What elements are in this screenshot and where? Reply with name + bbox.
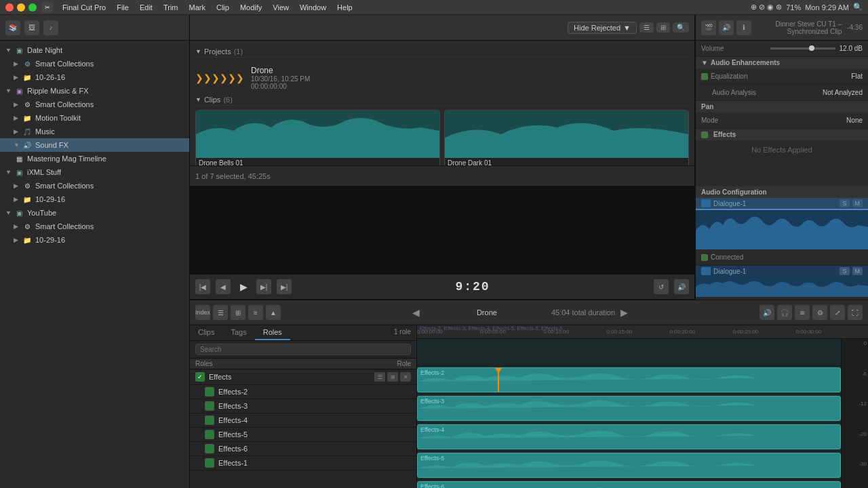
sidebar-music-btn[interactable]: ♪ bbox=[43, 20, 58, 35]
eq-checkbox[interactable] bbox=[701, 73, 708, 80]
subrole-checkbox[interactable]: ✓ bbox=[205, 387, 214, 396]
menu-edit[interactable]: Edit bbox=[134, 0, 158, 15]
tl-next-btn[interactable]: ▶ bbox=[618, 307, 631, 318]
role-btn-1[interactable]: ☰ bbox=[374, 372, 385, 382]
play-btn[interactable]: ▶ bbox=[236, 279, 251, 294]
sidebar-item-smart-col4[interactable]: ▶ ⚙ Smart Collections bbox=[0, 220, 189, 233]
filmstrip-btn[interactable]: ⊞ bbox=[656, 22, 670, 33]
index-btn[interactable]: Index bbox=[195, 305, 210, 320]
track-clip-effects-5[interactable]: Effects-5 bbox=[417, 453, 841, 478]
tab-roles[interactable]: Roles bbox=[255, 325, 290, 340]
subrole-effects-2[interactable]: ✓ Effects-2 bbox=[190, 385, 416, 399]
tl-clip-btn[interactable]: ⊞ bbox=[231, 305, 245, 320]
clips-section-header[interactable]: ▼ Clips (6) bbox=[195, 94, 689, 106]
audio-enhancements-section[interactable]: ▼ Audio Enhancements bbox=[696, 57, 868, 68]
role-btn-2[interactable]: ⊞ bbox=[387, 372, 398, 382]
tl-prev-btn[interactable]: ◀ bbox=[410, 307, 422, 318]
audio-btn[interactable]: 🔊 bbox=[674, 279, 689, 294]
sidebar-item-youtube[interactable]: ▼ ▣ YouTube bbox=[0, 206, 189, 220]
role-effects[interactable]: ✓ Effects ☰ ⊞ ✕ bbox=[190, 369, 416, 385]
minimize-button[interactable] bbox=[17, 3, 25, 12]
menu-view[interactable]: View bbox=[267, 0, 294, 15]
menu-modify[interactable]: Modify bbox=[235, 0, 267, 15]
clip-drone-dark-01[interactable]: Drone Dark 01 bbox=[444, 110, 689, 165]
menu-trim[interactable]: Trim bbox=[158, 0, 184, 15]
tl-expand-btn[interactable]: ⤢ bbox=[830, 305, 845, 320]
clip-drone-bells-01[interactable]: Drone Bells 01 bbox=[195, 110, 440, 165]
search-input[interactable] bbox=[195, 344, 411, 355]
tl-zoom-btn[interactable]: ▲ bbox=[266, 305, 281, 320]
list-view-btn[interactable]: ☰ bbox=[639, 22, 654, 33]
tab-tags[interactable]: Tags bbox=[222, 325, 254, 340]
sidebar-item-ixml[interactable]: ▼ ▣ iXML Stuff bbox=[0, 165, 189, 179]
tl-view-btn[interactable]: ☰ bbox=[213, 305, 228, 320]
connected-checkbox[interactable] bbox=[701, 254, 708, 261]
sidebar-item-mastering[interactable]: ▦ Mastering Mag Timeline bbox=[0, 152, 189, 165]
sidebar-photos-btn[interactable]: 🖼 bbox=[24, 20, 39, 35]
tl-mix-btn[interactable]: ≋ bbox=[795, 305, 810, 320]
role-checkbox[interactable]: ✓ bbox=[195, 372, 205, 382]
search-btn[interactable]: 🔍 bbox=[673, 22, 689, 33]
search-icon[interactable]: 🔍 bbox=[853, 3, 863, 12]
effects-section[interactable]: Effects bbox=[696, 129, 868, 140]
fullscreen-button[interactable] bbox=[28, 3, 37, 12]
tab-clips[interactable]: Clips bbox=[190, 325, 222, 340]
subrole-effects-5[interactable]: ✓ Effects-5 bbox=[190, 428, 416, 442]
effects-checkbox[interactable] bbox=[701, 131, 708, 138]
sidebar-item-motion[interactable]: ▶ 📁 Motion Toolkit bbox=[0, 111, 189, 125]
subrole-effects-4[interactable]: ✓ Effects-4 bbox=[190, 413, 416, 428]
sidebar-item-10-29-16-2[interactable]: ▶ 📁 10-29-16 bbox=[0, 233, 189, 247]
sidebar-item-10-29-16[interactable]: ▶ 📁 10-29-16 bbox=[0, 192, 189, 206]
tl-headphones-btn[interactable]: 🎧 bbox=[777, 305, 792, 320]
sidebar-libraries-btn[interactable]: 📚 bbox=[5, 20, 20, 35]
subrole-checkbox[interactable]: ✓ bbox=[205, 444, 214, 453]
prev-frame-btn[interactable]: ◀ bbox=[216, 279, 231, 294]
subrole-effects-3[interactable]: ✓ Effects-3 bbox=[190, 399, 416, 413]
dialogue-btn2[interactable]: M bbox=[852, 199, 863, 207]
dialogue-btn1[interactable]: S bbox=[840, 199, 849, 207]
volume-slider[interactable] bbox=[770, 47, 835, 49]
next-frame-btn[interactable]: ▶| bbox=[256, 279, 271, 294]
inspector-video-btn[interactable]: 🎬 bbox=[701, 20, 716, 35]
menu-help[interactable]: Help bbox=[332, 0, 358, 15]
menu-file[interactable]: File bbox=[111, 0, 134, 15]
end-btn[interactable]: ▶| bbox=[277, 279, 292, 294]
projects-section-header[interactable]: ▼ Projects (1) bbox=[195, 46, 689, 58]
loop-btn[interactable]: ↺ bbox=[654, 279, 669, 294]
sidebar-item-smart-collections[interactable]: ▶ ⚙ Smart Collections bbox=[0, 57, 189, 70]
subrole-effects-1[interactable]: ✓ Effects-1 bbox=[190, 456, 416, 470]
menu-mark[interactable]: Mark bbox=[184, 0, 211, 15]
inspector-audio-btn[interactable]: 🔊 bbox=[719, 20, 734, 35]
start-btn[interactable]: |◀ bbox=[195, 279, 210, 294]
sidebar-item-ripple[interactable]: ▼ ▣ Ripple Music & FX bbox=[0, 84, 189, 98]
subrole-checkbox[interactable]: ✓ bbox=[205, 401, 214, 411]
subrole-checkbox[interactable]: ✓ bbox=[205, 415, 214, 425]
track-clip-effects-6[interactable]: Effects-6 bbox=[417, 481, 841, 488]
pan-section[interactable]: Pan bbox=[696, 101, 868, 113]
tl-audio-btn[interactable]: 🔊 bbox=[760, 305, 774, 320]
menu-app[interactable]: Final Cut Pro bbox=[57, 0, 111, 15]
tl-settings-btn[interactable]: ⚙ bbox=[812, 305, 827, 320]
inspector-info-btn[interactable]: ℹ bbox=[736, 20, 751, 35]
audio-config-section[interactable]: Audio Configuration bbox=[696, 186, 868, 198]
d2-btn1[interactable]: S bbox=[840, 267, 849, 275]
d2-btn2[interactable]: M bbox=[852, 267, 863, 275]
menu-window[interactable]: Window bbox=[294, 0, 332, 15]
subrole-checkbox[interactable]: ✓ bbox=[205, 458, 214, 468]
sidebar-item-smart-col3[interactable]: ▶ ⚙ Smart Collections bbox=[0, 179, 189, 192]
subrole-effects-6[interactable]: ✓ Effects-6 bbox=[190, 442, 416, 456]
sidebar-item-smart-col2[interactable]: ▶ ⚙ Smart Collections bbox=[0, 98, 189, 111]
sidebar-item-10-26-16[interactable]: ▶ 📁 10-26-16 bbox=[0, 70, 189, 84]
sidebar-item-music[interactable]: ▶ 🎵 Music bbox=[0, 125, 189, 138]
subrole-checkbox[interactable]: ✓ bbox=[205, 430, 214, 439]
project-drone[interactable]: ❯❯❯❯❯❯ Drone 10/30/16, 10:25 PM 00:00:00… bbox=[195, 62, 689, 94]
menu-clip[interactable]: Clip bbox=[211, 0, 235, 15]
track-clip-effects-2[interactable]: Effects-2 bbox=[417, 367, 841, 392]
sidebar-item-sound-fx[interactable]: ▼ 🔊 Sound FX bbox=[0, 138, 189, 152]
close-button[interactable] bbox=[5, 3, 14, 12]
tl-role-btn[interactable]: ≡ bbox=[248, 305, 263, 320]
role-btn-3[interactable]: ✕ bbox=[400, 372, 411, 382]
sidebar-item-date-night[interactable]: ▼ ▣ Date Night bbox=[0, 43, 189, 57]
track-clip-effects-4[interactable]: Effects-4 bbox=[417, 424, 841, 449]
track-clip-effects-3[interactable]: Effects-3 bbox=[417, 396, 841, 421]
